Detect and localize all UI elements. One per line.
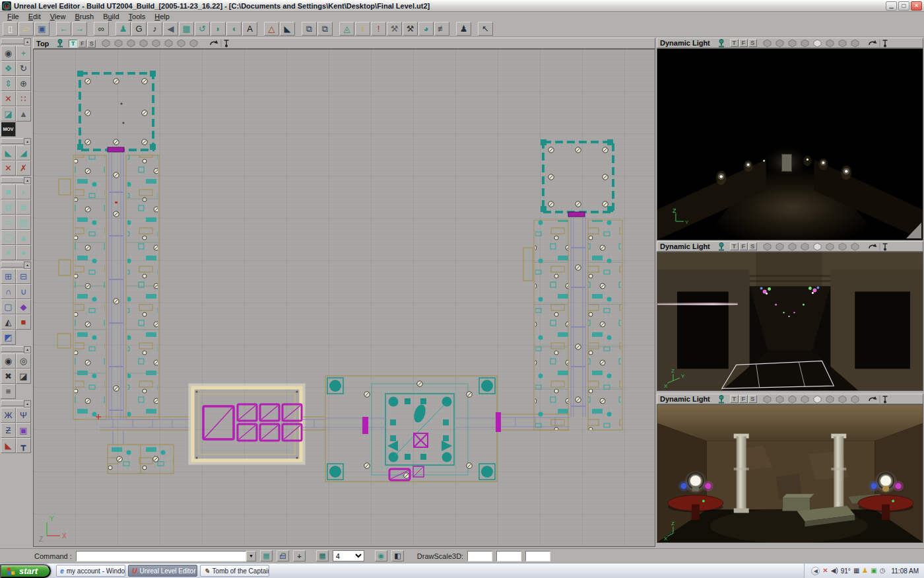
front-mode-button[interactable]: F (739, 39, 748, 47)
network-disconnected-icon[interactable]: ✕ (822, 567, 828, 574)
texture-browser-icon[interactable]: ▦ (179, 22, 194, 36)
menu-help[interactable]: Help (150, 13, 174, 20)
shape-draw-icon[interactable]: ◣ (1, 145, 16, 161)
clip-pen-icon[interactable]: ✗ (16, 161, 31, 176)
render-mode-icons[interactable] (763, 39, 863, 48)
top-mode-button[interactable]: T (69, 40, 77, 48)
dynamic-light-viewport2-canvas[interactable]: Z X Y (657, 252, 923, 391)
realtime-joystick-icon[interactable] (56, 39, 64, 48)
build-paths-icon[interactable]: ! (371, 22, 386, 36)
brush-align-icon[interactable]: ┳ (16, 438, 31, 453)
brush-clip-icon[interactable]: ◪ (1, 106, 16, 122)
front-mode-button[interactable]: F (739, 395, 748, 403)
animation-browser-icon[interactable]: ◗ (211, 22, 226, 36)
lock-icon[interactable] (277, 550, 289, 561)
task-browser[interactable]: e my account - Window... (56, 565, 125, 577)
section-clipping[interactable] (1, 138, 31, 144)
build-geometry-icon[interactable]: △ (264, 22, 279, 36)
camera-move-icon[interactable]: ◉ (1, 46, 16, 61)
align-bottom-icon[interactable]: ≡ (1, 384, 16, 399)
task-document[interactable]: ✎ Tomb of the Captain ... (200, 565, 269, 577)
front-mode-button[interactable]: F (78, 40, 86, 48)
vertex-edit-icon[interactable]: ∷ (16, 91, 31, 106)
build-cubemaps-icon[interactable]: ◕ (418, 22, 434, 36)
redo-icon[interactable]: → (72, 22, 87, 36)
add-special-brush-icon[interactable]: ▢ (1, 299, 16, 314)
csg-intersect-icon[interactable]: ∩ (1, 284, 16, 299)
add-antiportal-icon[interactable]: ◭ (1, 314, 16, 330)
section-csg[interactable] (1, 262, 31, 268)
music-browser-icon[interactable]: ♪ (147, 22, 162, 36)
drawscale-x-field[interactable] (467, 551, 492, 561)
prefab-browser-icon[interactable]: ◖ (226, 22, 242, 36)
object-move-icon[interactable]: ❖ (1, 61, 16, 76)
tess-sheet-icon[interactable]: ▤ (16, 215, 31, 230)
rotation-grid-icon[interactable]: ◉ (375, 550, 387, 561)
volume-icon[interactable]: ◀) (831, 567, 838, 574)
top-mode-button[interactable]: T (730, 395, 739, 403)
realtime-joystick-icon[interactable] (717, 39, 725, 48)
section-mirroring[interactable] (1, 400, 31, 406)
cube-brush-icon[interactable]: ■ (1, 184, 16, 199)
dynamic-light-viewport1-canvas[interactable]: Z Y (657, 48, 923, 240)
close-button[interactable]: ✕ (911, 1, 922, 11)
menu-file[interactable]: File (3, 13, 24, 20)
mirror-x-icon[interactable]: Ж (1, 408, 16, 423)
size-grid-icon[interactable]: ▦ (260, 550, 273, 561)
render-mode-icons[interactable] (763, 395, 863, 404)
add-mover-icon[interactable]: ◆ (16, 299, 31, 314)
weather-temperature[interactable]: 91° (841, 567, 851, 575)
menu-build[interactable]: Build (98, 13, 123, 20)
csg-add-icon[interactable]: ⊞ (1, 269, 16, 284)
command-dropdown-button[interactable]: ▼ (246, 551, 256, 561)
menu-brush[interactable]: Brush (70, 13, 98, 20)
top-mode-button[interactable]: T (730, 242, 739, 250)
terrain-edit-icon[interactable]: ▲ (16, 106, 31, 122)
side-mode-button[interactable]: S (748, 39, 757, 47)
ratio-scale-icon[interactable]: ⊕ (16, 76, 31, 91)
mirror-z-icon[interactable]: Ƶ (1, 423, 16, 438)
messenger-status-icon[interactable]: ▣ (871, 567, 876, 574)
build-changed-icon[interactable]: ◬ (339, 22, 354, 36)
csg-subtract-icon[interactable]: ⊟ (16, 269, 31, 284)
build-lighting-icon[interactable]: ! (355, 22, 370, 36)
top-mode-button[interactable]: T (730, 39, 739, 47)
side-mode-button[interactable]: S (87, 40, 96, 48)
object-rotate-icon[interactable]: ↻ (16, 61, 31, 76)
hide-selected-icon[interactable]: ◎ (16, 353, 31, 369)
viewport-extra-icons[interactable] (208, 39, 232, 48)
dynamic-light-viewport3-canvas[interactable]: Z X (657, 404, 923, 543)
wedge-icon[interactable]: ◣ (1, 438, 16, 453)
realtime-joystick-icon[interactable] (717, 395, 725, 404)
section-primitives[interactable] (1, 177, 31, 183)
power-icon[interactable]: ◷ (880, 567, 886, 574)
mirror-y-icon[interactable]: Ψ (16, 408, 31, 423)
render-mode-icons[interactable] (102, 39, 202, 48)
top-viewport-canvas[interactable]: Y X Z (33, 49, 655, 547)
realtime-joystick-icon[interactable] (717, 242, 725, 251)
tray-expand-icon[interactable]: ◀ (811, 567, 820, 575)
interpolation-icon[interactable]: ✕ (1, 91, 16, 106)
sheet-brush-icon[interactable]: ▱ (1, 215, 16, 230)
actor-class-browser-icon[interactable]: ♟ (116, 22, 131, 36)
build-all-icon[interactable]: ⚒ (403, 22, 418, 36)
minimize-button[interactable]: ▁ (886, 1, 897, 11)
section-visibility[interactable] (1, 346, 31, 352)
volumetric-brush-icon[interactable]: ∗ (1, 245, 16, 260)
snap-grid-icon[interactable]: ▦ (316, 550, 329, 561)
start-button[interactable]: start (0, 564, 51, 578)
scale-mode-icon[interactable]: ⇕ (1, 76, 16, 91)
messenger-user-icon[interactable]: ♟ (862, 567, 868, 574)
invert-selection-icon[interactable]: ✖ (1, 369, 16, 384)
play-map-icon[interactable]: ◣ (280, 22, 295, 36)
open-map-icon[interactable]: ▱ (18, 22, 34, 36)
show-selected-icon[interactable]: ◉ (1, 353, 16, 369)
menu-tools[interactable]: Tools (124, 13, 150, 20)
menu-edit[interactable]: Edit (24, 13, 46, 20)
linear-stair-icon[interactable]: ≣ (16, 199, 31, 215)
sound-browser-icon[interactable]: ◀ (163, 22, 178, 36)
command-input[interactable] (76, 551, 246, 561)
build-ai-icon[interactable]: ⚒ (387, 22, 402, 36)
csg-deintersect-icon[interactable]: ∪ (16, 284, 31, 299)
viewport-extra-icons[interactable] (867, 395, 890, 404)
